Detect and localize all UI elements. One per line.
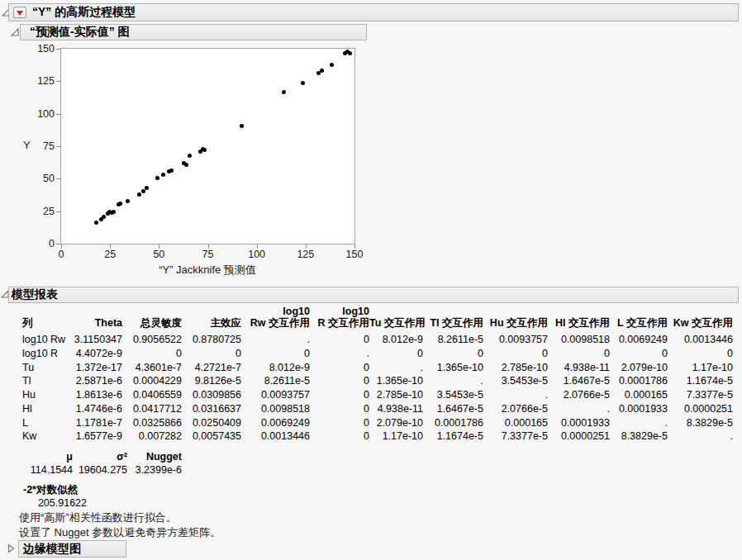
table-cell: 2.0766e-5 [483, 402, 548, 416]
table-row-label: Tl [22, 374, 68, 388]
table-cell: 0 [668, 347, 733, 361]
disclosure-collapsed-icon[interactable] [7, 544, 15, 553]
section-header-marginal-model-plots[interactable]: 边缘模型图 [18, 540, 126, 558]
disclosure-expanded-icon[interactable] [11, 28, 19, 36]
section-header-model-report[interactable]: 模型报表 [8, 287, 739, 303]
table-cell: 4.3601e-7 [122, 361, 182, 375]
table-cell: 4.4072e-9 [68, 347, 122, 361]
table-cell: 1.1781e-7 [68, 416, 122, 430]
scatter-point[interactable] [126, 199, 130, 203]
table-cell: 0.0093757 [483, 330, 548, 347]
table-header-cell: L 交互作用 [610, 317, 668, 330]
y-tick-mark [56, 211, 61, 212]
table-cell: . [310, 347, 369, 361]
table-cell: 2.079e-10 [610, 361, 668, 375]
red-triangle-menu-icon[interactable] [13, 7, 26, 18]
table-cell: 0 [310, 374, 369, 388]
table-cell: 0.0069249 [610, 330, 668, 347]
table-header-cell: Kw 交互作用 [668, 317, 733, 330]
scatter-point[interactable] [169, 168, 174, 173]
x-tick-label: 125 [288, 249, 324, 260]
table-cell: 0 [310, 402, 369, 416]
table-cell: 0.0001933 [548, 416, 610, 430]
model-report-table: log10log10列Theta总灵敏度主效应Rw 交互作用R 交互作用Tu 交… [22, 306, 733, 444]
table-header-cell: Tl 交互作用 [423, 317, 483, 330]
scatter-point[interactable] [202, 148, 207, 152]
scatter-point[interactable] [118, 202, 122, 206]
table-cell: . [241, 330, 310, 347]
table-cell: 0 [310, 416, 369, 430]
table-cell: 0.0417712 [122, 402, 182, 416]
scatter-point[interactable] [348, 51, 352, 55]
scatter-point[interactable] [155, 176, 159, 180]
table-cell: . [668, 429, 733, 444]
table-cell: 0 [122, 347, 182, 361]
x-axis-title: “Y” Jackknife 预测值 [108, 263, 307, 278]
table-header-cell: Hl 交互作用 [548, 317, 610, 330]
table-header-top-cell [610, 306, 668, 317]
scatter-point[interactable] [188, 154, 192, 158]
table-header-top-cell [122, 306, 182, 317]
table-header-top-cell [369, 306, 423, 317]
marginal-section-title: 边缘模型图 [19, 542, 81, 557]
table-cell: 0.0250409 [182, 416, 241, 430]
scatter-point[interactable] [94, 221, 98, 225]
y-tick-label: 50 [21, 173, 55, 184]
x-tick-label: 150 [336, 249, 373, 260]
table-cell: 1.1674e-5 [668, 374, 733, 388]
section-header-actual-by-predicted-plot[interactable]: “预测值-实际值” 图 [20, 24, 367, 40]
table-cell: 8.2611e-5 [423, 330, 483, 347]
table-cell: 0.0309856 [182, 388, 241, 402]
table-cell: 2.5871e-6 [68, 374, 122, 388]
scatter-point[interactable] [161, 173, 165, 177]
table-cell: 4.2721e-7 [182, 361, 241, 375]
table-cell: 0 [483, 347, 548, 361]
table-header-cell: 主效应 [182, 317, 241, 330]
param-value-sigma2: 19604.275 [73, 463, 127, 477]
scatter-point[interactable] [112, 210, 116, 214]
table-cell: 0.0069249 [241, 416, 310, 430]
param-header-nugget: Nugget [127, 450, 182, 463]
scatter-point[interactable] [137, 192, 141, 197]
scatter-point[interactable] [320, 69, 324, 73]
table-cell: 0.0316637 [182, 402, 241, 416]
table-cell: 1.17e-10 [369, 429, 423, 444]
table-cell: 0 [548, 347, 610, 361]
scatter-point[interactable] [184, 163, 188, 167]
table-cell: 2.079e-10 [369, 416, 423, 430]
table-cell: 1.8613e-6 [68, 388, 122, 402]
y-tick-mark [56, 146, 61, 147]
scatter-point[interactable] [301, 81, 305, 85]
param-value-nugget: 3.2399e-6 [127, 463, 182, 477]
scatter-point[interactable] [145, 186, 149, 190]
param-header-sigma2: σ² [73, 450, 127, 463]
table-cell: 1.1674e-5 [423, 429, 483, 444]
y-tick-label: 150 [21, 43, 55, 55]
table-cell: 7.3377e-5 [668, 388, 733, 402]
scatter-point[interactable] [102, 215, 106, 219]
x-tick-label: 50 [140, 249, 177, 260]
scatter-plot-canvas[interactable] [60, 48, 355, 244]
section-header-gaussian-process-model[interactable]: “Y” 的高斯过程模型 [8, 3, 739, 21]
table-header-cell: Hu 交互作用 [483, 317, 548, 330]
plot-section-title: “预测值-实际值” 图 [21, 25, 130, 40]
y-tick-mark [56, 114, 61, 115]
table-cell: 0 [610, 347, 668, 361]
table-header-cell: Tu 交互作用 [369, 317, 423, 330]
table-cell: 7.3377e-5 [483, 429, 548, 444]
scatter-point[interactable] [240, 124, 244, 128]
table-cell: 0.0000251 [548, 429, 610, 444]
loglikelihood-value: 205.91622 [27, 497, 87, 509]
table-cell: 1.6577e-9 [68, 429, 122, 444]
table-header-top-cell [182, 306, 241, 317]
scatter-point[interactable] [330, 63, 334, 67]
table-cell: 1.365e-10 [369, 374, 423, 388]
scatter-point[interactable] [282, 90, 286, 94]
table-cell: 3.5453e-5 [423, 388, 483, 402]
parameter-table: μ σ² Nugget 114.1544 19604.275 3.2399e-6 [22, 450, 182, 477]
y-tick-mark [56, 178, 61, 179]
table-cell: 1.6467e-5 [423, 402, 483, 416]
table-cell: 1.6467e-5 [548, 374, 610, 388]
table-header-top-cell [548, 306, 610, 317]
table-cell: 1.372e-17 [68, 361, 122, 375]
